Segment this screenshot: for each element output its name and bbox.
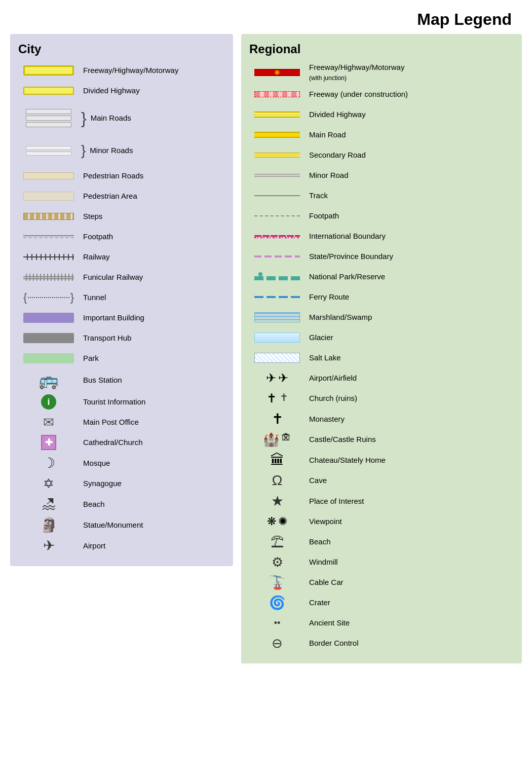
statue-symbol: 🗿 [18,516,79,533]
main-roads-label: Main Roads [87,113,131,123]
park-label: Park [79,353,99,363]
reg-state-boundary-symbol [249,255,305,257]
minor-roads-label: Minor Roads [86,145,133,156]
reg-cablecar-label: Cable Car [305,577,344,587]
reg-minor-symbol [249,174,305,177]
reg-saltlake-symbol [249,353,305,363]
list-item: Glacier [249,329,514,346]
reg-marshland-label: Marshland/Swamp [305,312,372,322]
city-section-title: City [18,42,225,56]
reg-secondary-label: Secondary Road [305,150,366,160]
reg-mainroad-symbol [249,132,305,138]
list-item: State/Province Boundary [249,248,514,265]
list-item: 🚡 Cable Car [249,574,514,590]
reg-freeway-symbol [249,69,305,76]
bus-station-label: Bus Station [79,375,122,385]
page-title: Map Legend [10,10,522,29]
reg-divided-label: Divided Highway [305,109,366,120]
reg-track-label: Track [305,191,328,201]
list-item: Park [18,350,225,366]
airport-label-city: Airport [79,541,105,551]
list-item: Important Building [18,310,225,326]
list-item: Freeway/Highway/Motorway [18,62,225,79]
list-item: { } Tunnel [18,289,225,306]
reg-track-symbol [249,195,305,196]
list-item: Track [249,188,514,204]
list-item: Freeway (under construction) [249,86,514,102]
list-item: Marshland/Swamp [249,309,514,325]
list-item: Freeway/Highway/Motorway (with junction) [249,62,514,82]
reg-castle-symbol: 🏰🏚 [249,432,305,448]
park-symbol [18,353,79,363]
post-office-symbol: ✉ [18,415,79,430]
list-item: ✉ Main Post Office [18,414,225,430]
footpath-label: Footpath [79,232,113,242]
list-item: Steps [18,208,225,225]
reg-saltlake-label: Salt Lake [305,353,341,363]
reg-windmill-symbol: ⚙ [249,554,305,570]
list-item: Divided Highway [18,83,225,99]
reg-chateau-label: Chateau/Stately Home [305,455,386,465]
pedestrian-area-label: Pedestrian Area [79,191,137,201]
list-item: 🌀 Crater [249,595,514,611]
mosque-label: Mosque [79,458,110,468]
regional-panel: Regional Freeway/Highway/Motorway (with … [241,34,522,663]
list-item: i Tourist Information [18,394,225,410]
list-item: } Minor Roads [18,137,225,164]
list-item: } Main Roads [18,103,225,133]
reg-freeway-label: Freeway/Highway/Motorway (with junction) [305,62,404,82]
pedestrian-roads-symbol [18,172,79,179]
reg-freeway-const-label: Freeway (under construction) [305,89,408,99]
pedestrian-area-symbol [18,192,79,201]
important-building-label: Important Building [79,313,144,323]
reg-footpath-symbol [249,215,305,216]
list-item: Funicular Railway [18,269,225,285]
reg-state-boundary-label: State/Province Boundary [305,251,393,262]
list-item: 🚌 Bus Station [18,371,225,390]
beach-symbol-city: 🏖 [18,496,79,512]
list-item: Pedestrian Area [18,188,225,204]
list-item: Transport Hub [18,330,225,346]
reg-airport-label: Airport/Airfield [305,373,357,383]
list-item: ✈ Airport [18,537,225,554]
city-panel: City Freeway/Highway/Motorway Divided Hi… [10,34,233,566]
railway-symbol [18,254,79,260]
reg-ferry-label: Ferry Route [305,292,349,302]
list-item: 🗿 Statue/Monument [18,516,225,533]
reg-interest-symbol: ★ [249,493,305,509]
synagogue-symbol: ✡ [18,476,79,492]
reg-border-symbol: ⊖ [249,636,305,651]
post-office-label: Main Post Office [79,417,139,427]
steps-symbol [18,213,79,220]
list-item: Footpath [18,229,225,245]
synagogue-label: Synagogue [79,478,122,489]
regional-section-title: Regional [249,42,514,56]
minor-roads-symbol [18,146,79,156]
list-item: International Boundary [249,228,514,244]
list-item: Ferry Route [249,289,514,305]
reg-national-park-label: National Park/Reserve [305,272,385,282]
list-item: Minor Road [249,167,514,183]
steps-label: Steps [79,211,102,221]
list-item: 🏛 Chateau/Stately Home [249,452,514,468]
reg-church-label: Church (ruins) [305,393,357,403]
tourist-info-label: Tourist Information [79,397,145,407]
reg-cave-label: Cave [305,475,327,486]
beach-label-city: Beach [79,499,105,509]
transport-hub-symbol [18,333,79,343]
tourist-info-symbol: i [18,394,79,410]
list-item: Secondary Road [249,147,514,163]
reg-beach-symbol: ⛱ [249,534,305,550]
list-item: Ω Cave [249,472,514,489]
list-item: Salt Lake [249,350,514,366]
list-item: National Park/Reserve [249,269,514,285]
reg-church-symbol: ✝✝ [249,391,305,405]
list-item: 🏖 Beach [18,496,225,512]
reg-chateau-symbol: 🏛 [249,452,305,468]
statue-label: Statue/Monument [79,520,143,530]
bus-station-symbol: 🚌 [18,371,79,390]
list-item: ⊖ Border Control [249,635,514,651]
cathedral-label: Cathedral/Church [79,437,143,448]
list-item: Pedestrian Roads [18,168,225,184]
reg-intl-boundary-symbol [249,234,305,238]
